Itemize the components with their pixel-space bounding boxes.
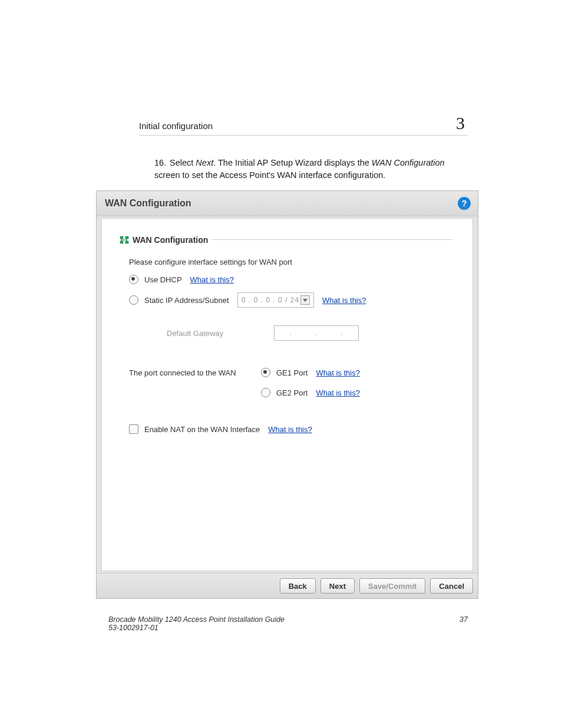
group-rule: [211, 239, 452, 240]
window-title: WAN Configuration: [105, 198, 191, 208]
ge1-label: GE1 Port: [276, 368, 308, 377]
ge1-help-link[interactable]: What is this?: [316, 368, 359, 377]
header-rule: [139, 135, 468, 136]
config-panel: WAN Configuration Please configure inter…: [101, 218, 473, 571]
step-16: 16.Select Next. The Initial AP Setup Wiz…: [154, 157, 468, 182]
ge2-radio[interactable]: [261, 388, 270, 397]
svg-rect-0: [120, 236, 123, 239]
gw-dot: .: [289, 326, 292, 340]
gw-dot: .: [340, 326, 343, 340]
footer-title: Brocade Mobility 1240 Access Point Insta…: [108, 615, 468, 624]
svg-rect-2: [120, 241, 123, 243]
svg-rect-1: [125, 236, 128, 239]
step-wan-conf: WAN Configuration: [372, 158, 445, 167]
help-icon[interactable]: ?: [458, 197, 471, 210]
group-heading: WAN Configuration: [120, 235, 455, 246]
dhcp-label: Use DHCP: [144, 275, 182, 284]
cancel-button[interactable]: Cancel: [430, 578, 473, 594]
static-ip-input[interactable]: 0 . 0 . 0 . 0 / 24: [237, 292, 314, 308]
nat-checkbox[interactable]: [129, 424, 138, 434]
button-bar: Back Next Save/Commit Cancel: [97, 573, 478, 598]
port-label: The port connected to the WAN: [129, 368, 247, 377]
step-text-tail: screen to set the Access Point's WAN int…: [154, 170, 385, 180]
form-area: Please configure interface settings for …: [129, 258, 457, 434]
back-button[interactable]: Back: [280, 578, 316, 594]
ge1-option: GE1 Port What is this?: [261, 368, 360, 377]
wan-config-window: WAN Configuration ? WAN Configuration: [96, 190, 478, 599]
dhcp-help-link[interactable]: What is this?: [190, 275, 234, 284]
page-header-section: Initial configuration: [139, 121, 468, 131]
static-label: Static IP Address/Subnet: [144, 296, 233, 305]
network-icon: [120, 236, 129, 246]
chapter-number: 3: [456, 113, 465, 133]
window-title-bar: WAN Configuration ?: [97, 191, 478, 216]
cidr-dropdown-icon[interactable]: [300, 295, 310, 305]
gateway-label: Default Gateway: [144, 329, 269, 338]
svg-rect-3: [125, 241, 128, 243]
static-help-link[interactable]: What is this?: [322, 296, 366, 305]
gateway-input[interactable]: . . .: [274, 325, 359, 341]
next-button[interactable]: Next: [320, 578, 355, 594]
dhcp-radio[interactable]: [129, 275, 138, 284]
nat-row: Enable NAT on the WAN Interface What is …: [129, 424, 457, 434]
group-title: WAN Configuration: [133, 235, 208, 245]
ge1-radio[interactable]: [261, 368, 270, 377]
ge2-row: GE2 Port What is this?: [129, 388, 457, 397]
footer-docnum: 53-1002917-01: [108, 624, 468, 632]
nat-help-link[interactable]: What is this?: [268, 425, 312, 434]
step-next-word: Next: [196, 158, 213, 167]
page-number: 37: [459, 615, 468, 624]
static-ip-value: 0 . 0 . 0 . 0 / 24: [242, 293, 299, 307]
step-number: 16.: [154, 157, 170, 169]
ge2-label: GE2 Port: [276, 388, 308, 397]
dhcp-row: Use DHCP What is this?: [129, 275, 457, 284]
gateway-row: Default Gateway . . .: [129, 325, 457, 341]
nat-label: Enable NAT on the WAN Interface: [144, 425, 260, 434]
step-text-pre: Select: [170, 158, 196, 167]
ge2-option: GE2 Port What is this?: [261, 388, 360, 397]
save-commit-button[interactable]: Save/Commit: [359, 578, 425, 594]
page-footer: Brocade Mobility 1240 Access Point Insta…: [108, 615, 468, 632]
gw-dot: .: [315, 326, 318, 340]
form-prompt: Please configure interface settings for …: [129, 258, 457, 266]
static-radio[interactable]: [129, 295, 138, 305]
static-row: Static IP Address/Subnet 0 . 0 . 0 . 0 /…: [129, 292, 457, 308]
ge2-help-link[interactable]: What is this?: [316, 388, 359, 397]
port-row: The port connected to the WAN GE1 Port W…: [129, 368, 457, 377]
step-text-post-next: . The Initial AP Setup Wizard displays t…: [213, 158, 372, 167]
